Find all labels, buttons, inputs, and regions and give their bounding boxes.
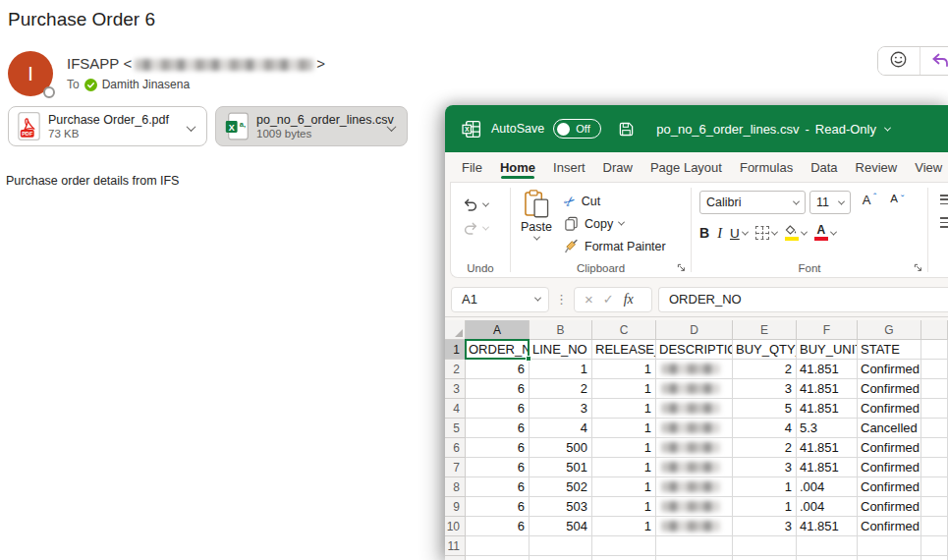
cell-B7[interactable]: 501: [530, 458, 592, 477]
row-header-9[interactable]: 9: [445, 497, 466, 517]
cell-B3[interactable]: 2: [530, 379, 592, 399]
cell-H3[interactable]: [921, 379, 948, 399]
cell-E12[interactable]: [733, 556, 797, 560]
cell-F10[interactable]: 41.851: [797, 517, 858, 536]
cell-A7[interactable]: 6: [466, 458, 530, 477]
cell-D3[interactable]: [656, 379, 733, 399]
cell-E9[interactable]: 1: [733, 497, 797, 517]
reactions-button[interactable]: [878, 47, 920, 75]
cell-H4[interactable]: [921, 399, 948, 419]
cell-A11[interactable]: [466, 536, 530, 556]
cell-D2[interactable]: [656, 360, 733, 379]
cell-D5[interactable]: [656, 419, 733, 438]
cell-G6[interactable]: Confirmed: [858, 438, 921, 458]
sender-name[interactable]: IFSAPP: [67, 55, 119, 72]
format-painter-button[interactable]: Format Painter: [564, 235, 666, 257]
column-header-E[interactable]: E: [733, 320, 797, 340]
cell-B6[interactable]: 500: [530, 438, 592, 458]
column-header-H[interactable]: [921, 320, 948, 340]
cell-H9[interactable]: [921, 497, 948, 517]
cell-F9[interactable]: .004: [797, 497, 858, 517]
cell-D4[interactable]: [656, 399, 733, 419]
cell-B11[interactable]: [530, 536, 592, 556]
column-header-B[interactable]: B: [530, 320, 592, 340]
cell-A10[interactable]: 6: [466, 517, 530, 536]
cell-A8[interactable]: 6: [466, 477, 530, 497]
cell-C12[interactable]: [592, 556, 656, 560]
attachment-menu-chevron-icon[interactable]: [388, 118, 395, 136]
cell-C8[interactable]: 1: [592, 477, 656, 497]
cell-C6[interactable]: 1: [592, 438, 656, 458]
tab-insert[interactable]: Insert: [553, 152, 586, 182]
cell-A3[interactable]: 6: [466, 379, 530, 399]
column-header-D[interactable]: D: [656, 320, 733, 340]
cell-G11[interactable]: [858, 536, 921, 556]
cell-C7[interactable]: 1: [592, 458, 656, 477]
cell-G8[interactable]: Confirmed: [858, 477, 921, 497]
cell-C4[interactable]: 1: [592, 399, 656, 419]
attachment-csv[interactable]: a,X po_no_6_order_lines.csv 1009 bytes: [215, 106, 408, 146]
cell-D9[interactable]: [656, 497, 733, 517]
cell-H2[interactable]: [921, 360, 948, 379]
cell-H11[interactable]: [921, 536, 948, 556]
column-header-F[interactable]: F: [797, 320, 858, 340]
cell-C10[interactable]: 1: [592, 517, 656, 536]
copy-button[interactable]: Copy: [564, 212, 666, 235]
cell-F12[interactable]: [797, 556, 858, 560]
cell-F5[interactable]: 5.3: [797, 419, 858, 438]
tab-draw[interactable]: Draw: [603, 152, 633, 182]
clipboard-dialog-launcher-icon[interactable]: [677, 263, 686, 272]
cell-E5[interactable]: 4: [733, 419, 797, 438]
font-size-select[interactable]: 11: [809, 191, 851, 214]
cell-F8[interactable]: .004: [797, 477, 858, 497]
cell-G7[interactable]: Confirmed: [858, 458, 921, 477]
cell-A2[interactable]: 6: [466, 360, 530, 379]
cell-D7[interactable]: [656, 458, 733, 477]
fill-color-button[interactable]: [785, 225, 807, 241]
cell-F11[interactable]: [797, 536, 858, 556]
cell-A9[interactable]: 6: [466, 497, 530, 517]
font-color-button[interactable]: A: [814, 225, 836, 241]
name-box[interactable]: A1: [451, 287, 549, 312]
row-header-2[interactable]: 2: [445, 360, 466, 379]
cell-G4[interactable]: Confirmed: [858, 399, 921, 419]
cell-B4[interactable]: 3: [530, 399, 592, 419]
row-header-12[interactable]: [445, 556, 466, 560]
cell-B9[interactable]: 503: [530, 497, 592, 517]
underline-button[interactable]: U: [730, 226, 748, 241]
cell-D12[interactable]: [656, 556, 733, 560]
cell-E2[interactable]: 2: [733, 360, 797, 379]
cut-button[interactable]: ✂ Cut: [564, 190, 666, 212]
cell-E11[interactable]: [733, 536, 797, 556]
cell-G3[interactable]: Confirmed: [858, 379, 921, 399]
cell-H1[interactable]: [921, 340, 948, 360]
cell-H10[interactable]: [921, 517, 948, 536]
row-header-5[interactable]: 5: [445, 419, 466, 438]
cell-E4[interactable]: 5: [733, 399, 797, 419]
cell-F4[interactable]: 41.851: [797, 399, 858, 419]
tab-home[interactable]: Home: [500, 152, 535, 182]
cell-E1[interactable]: BUY_QTY_: [733, 340, 797, 360]
increase-font-size-button[interactable]: Aˆ: [855, 191, 878, 214]
cell-A5[interactable]: 6: [466, 419, 530, 438]
autosave-toggle[interactable]: Off: [553, 119, 601, 139]
cell-C5[interactable]: 1: [592, 419, 656, 438]
cell-F7[interactable]: 41.851: [797, 458, 858, 477]
column-header-A[interactable]: A: [466, 320, 530, 340]
cell-C1[interactable]: RELEASE_NO: [592, 340, 656, 360]
cell-B12[interactable]: [530, 556, 592, 560]
align-middle-icon[interactable]: [940, 195, 948, 204]
font-dialog-launcher-icon[interactable]: [914, 263, 922, 272]
row-header-10[interactable]: 10: [445, 517, 466, 536]
cell-E3[interactable]: 3: [733, 379, 797, 399]
cell-D6[interactable]: [656, 438, 733, 458]
cell-E7[interactable]: 3: [733, 458, 797, 477]
cell-E8[interactable]: 1: [733, 477, 797, 497]
cell-G10[interactable]: Confirmed: [858, 517, 921, 536]
cell-B1[interactable]: LINE_NO: [530, 340, 592, 360]
recipient-name[interactable]: Damith Jinasena: [102, 78, 190, 91]
cell-G2[interactable]: Confirmed: [858, 360, 921, 379]
cell-C11[interactable]: [592, 536, 656, 556]
column-header-G[interactable]: G: [858, 320, 921, 340]
tab-file[interactable]: File: [462, 152, 482, 182]
